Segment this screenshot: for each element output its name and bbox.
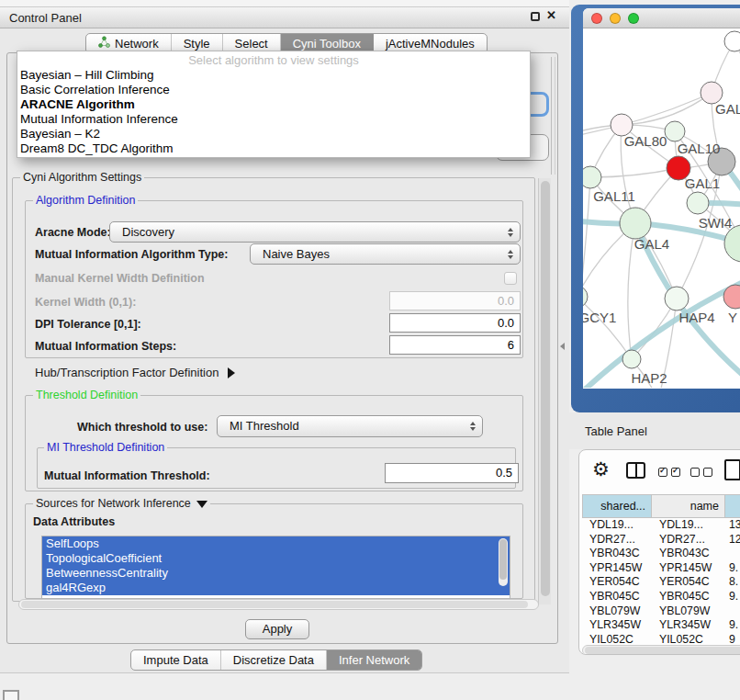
table-panel-title: Table Panel	[585, 424, 647, 438]
network-edge	[622, 93, 712, 125]
column-header-shared-[interactable]: shared...	[582, 494, 652, 518]
manual-kernel-checkbox[interactable]	[504, 272, 517, 285]
table-cell: YER054C	[582, 575, 652, 590]
table-cell: YLR345W	[582, 618, 652, 633]
network-edge	[583, 297, 632, 359]
tab-label: Infer Network	[339, 650, 409, 670]
algorithm-option[interactable]: ARACNE Algorithm	[17, 97, 530, 112]
tab-discretize-data[interactable]: Discretize Data	[221, 650, 327, 670]
attribute-item[interactable]: gal4RGexp	[42, 581, 510, 595]
apply-button[interactable]: Apply	[245, 619, 309, 639]
aracne-mode-combobox[interactable]: Discovery	[109, 221, 521, 243]
aracne-mode-label: Aracne Mode:	[35, 226, 111, 239]
tab-impute-data[interactable]: Impute Data	[131, 650, 221, 670]
network-node-gal4[interactable]	[620, 208, 651, 239]
column-header-a[interactable]: A	[725, 494, 740, 518]
table-horizontal-scrollbar[interactable]	[582, 645, 740, 655]
panel-border-line	[551, 57, 552, 175]
table-row[interactable]: YLR345WYLR345W9.	[582, 618, 740, 633]
attribute-item[interactable]: BetweennessCentrality	[42, 566, 510, 581]
node-label: GAL10	[678, 141, 721, 156]
zoom-traffic-light-icon[interactable]	[628, 13, 639, 24]
table-cell: YPR145W	[582, 561, 652, 576]
which-threshold-combobox[interactable]: MI Threshold	[217, 415, 483, 437]
table-cell: YIL052C	[582, 633, 652, 644]
split-columns-icon[interactable]	[626, 462, 645, 479]
table-row[interactable]: YDL19...YDL19...13	[582, 518, 740, 533]
network-node-gal10[interactable]	[665, 121, 685, 141]
node-table: shared...nameA YDL19...YDL19...13YDR27..…	[582, 494, 740, 644]
table-row[interactable]: YER054CYER054C8.	[582, 575, 740, 590]
table-row[interactable]: YBR043CYBR043C	[582, 547, 740, 561]
table-row[interactable]: YPR145WYPR145W9.	[582, 561, 740, 576]
mi-steps-field[interactable]: 6	[389, 335, 521, 355]
table-cell: YLR345W	[652, 618, 725, 633]
settings-group-legend: Cyni Algorithm Settings	[20, 171, 144, 184]
splitter-handle[interactable]	[560, 343, 565, 350]
collapsed-panel-icon[interactable]	[3, 690, 19, 700]
network-node-hap4[interactable]	[665, 287, 689, 310]
node-label: HAP2	[631, 370, 667, 386]
list-scrollbar[interactable]	[499, 538, 508, 586]
aracne-mode-value: Discovery	[122, 225, 174, 239]
network-window-titlebar[interactable]	[583, 8, 740, 28]
threshold-definition-legend: Threshold Definition	[33, 389, 140, 401]
attribute-item[interactable]: TopologicalCoefficient	[42, 551, 510, 566]
node-label: HAP4	[678, 310, 714, 325]
tab-label: Impute Data	[143, 650, 208, 670]
expand-arrow-icon[interactable]	[228, 367, 235, 378]
collapse-arrow-icon[interactable]	[196, 501, 207, 508]
table-row[interactable]: YDR27...YDR27...12	[582, 533, 740, 548]
algorithm-option[interactable]: Mutual Information Inference	[17, 112, 530, 127]
kernel-width-field[interactable]: 0.0	[389, 291, 521, 310]
close-traffic-light-icon[interactable]	[591, 13, 602, 24]
hub-section-label: Hub/Transcription Factor Definition	[35, 366, 219, 379]
float-panel-icon[interactable]	[531, 12, 540, 21]
column-header-name[interactable]: name	[652, 494, 725, 518]
algorithm-option[interactable]: Bayesian – K2	[17, 127, 530, 141]
kernel-width-label: Kernel Width (0,1):	[35, 296, 136, 309]
mi-threshold-field[interactable]: 0.5	[385, 463, 519, 483]
settings-scrollbar[interactable]	[538, 178, 551, 604]
table-row[interactable]: YIL052CYIL052C9	[582, 633, 740, 644]
network-node-hap2[interactable]	[622, 350, 641, 368]
hub-section-toggle[interactable]: Hub/Transcription Factor Definition	[35, 366, 235, 379]
gear-icon[interactable]: ⚙	[592, 459, 610, 479]
node-label: GAL11	[593, 188, 635, 204]
table-cell: 13	[725, 518, 740, 533]
network-node[interactable]	[724, 31, 740, 51]
sources-legend-label: Sources for Network Inference	[36, 497, 191, 510]
horizontal-scrollbar[interactable]	[18, 599, 539, 610]
algorithm-option[interactable]: Dream8 DC_TDC Algorithm	[17, 141, 530, 156]
table-cell: YPR145W	[652, 561, 725, 576]
table-cell: YBL079W	[652, 604, 725, 619]
table-cell: YBR043C	[582, 547, 652, 561]
network-node-swi4[interactable]	[687, 192, 709, 214]
attribute-item[interactable]: SelfLoops	[42, 536, 510, 551]
select-all-icon[interactable]	[658, 468, 680, 477]
tab-infer-network[interactable]: Infer Network	[327, 650, 421, 670]
network-node[interactable]	[724, 225, 740, 262]
table-cell: 9.	[725, 561, 740, 576]
network-node-gal11[interactable]	[583, 166, 601, 188]
mi-steps-label: Mutual Information Steps:	[35, 340, 176, 353]
spinner-arrows-icon	[508, 250, 513, 259]
network-canvas[interactable]: GALGAL80GAL10GAL1GAL11SWI4GAL4GCY1HAP4YH…	[583, 28, 740, 388]
algorithm-option[interactable]: Bayesian – Hill Climbing	[17, 68, 530, 83]
manual-kernel-label: Manual Kernel Width Definition	[35, 272, 205, 285]
control-panel-titlebar[interactable]	[0, 7, 569, 28]
table-cell: YBR045C	[652, 590, 725, 604]
minimize-traffic-light-icon[interactable]	[610, 13, 621, 24]
algorithm-option[interactable]: Basic Correlation Inference	[17, 83, 530, 97]
mi-type-combobox[interactable]: Naive Bayes	[250, 243, 521, 265]
close-icon[interactable]: ✕	[546, 8, 556, 22]
algorithm-definition-legend: Algorithm Definition	[33, 194, 138, 207]
table-panel: ⚙ shared...nameA YDL19...YDL19...13YDR27…	[578, 449, 740, 655]
table-row[interactable]: YBR045CYBR045C9.	[582, 590, 740, 604]
document-icon[interactable]	[724, 459, 740, 480]
table-row[interactable]: YBL079WYBL079W	[582, 604, 740, 619]
deselect-all-icon[interactable]	[690, 468, 712, 477]
panel-title: Control Panel	[9, 11, 82, 25]
sources-legend[interactable]: Sources for Network Inference	[33, 497, 210, 510]
dpi-tolerance-field[interactable]: 0.0	[389, 313, 521, 333]
